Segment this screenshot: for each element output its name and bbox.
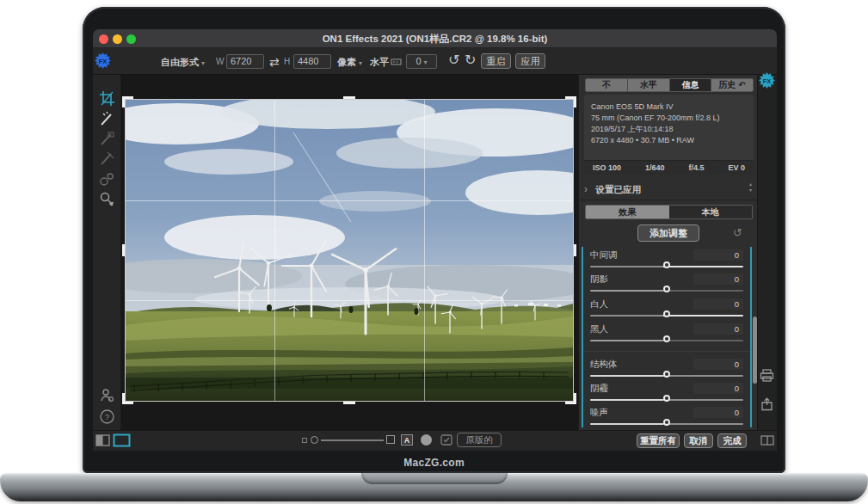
bezel-brand-label: MacZG.com (83, 453, 785, 472)
swap-dimensions-icon[interactable]: ⇄ (269, 54, 280, 70)
slider-handle[interactable] (663, 286, 670, 292)
split-view-icon[interactable] (95, 434, 110, 446)
slider-track[interactable] (590, 266, 743, 267)
soft-proof-icon[interactable] (440, 434, 452, 446)
gradient-mask-tool-icon[interactable] (99, 151, 115, 167)
crop-handle-top-left[interactable] (122, 96, 133, 108)
tab-history[interactable]: 历史 ↶ (711, 79, 753, 91)
slider-track[interactable] (590, 315, 743, 317)
settings-applied-label: 设置已应用 (595, 184, 641, 194)
tab-effects[interactable]: 效果 (586, 206, 669, 218)
slider-handle[interactable] (663, 419, 670, 426)
add-adjustment-button[interactable]: 添加调整 (637, 224, 699, 242)
slider-value[interactable]: 0 (693, 274, 743, 285)
tab-levels[interactable]: 水平 (628, 79, 670, 91)
crop-handle-bottom[interactable] (343, 402, 355, 404)
height-input[interactable]: 4480 (293, 54, 331, 69)
panel-divider (578, 200, 757, 200)
slider-value[interactable]: 0 (693, 249, 743, 261)
slider-handle[interactable] (663, 395, 670, 402)
slider-handle[interactable] (663, 310, 670, 317)
cancel-button[interactable]: 取消 (684, 433, 713, 448)
disclosure-chevron-icon: › (584, 183, 588, 195)
apply-button[interactable]: 应用 (515, 53, 545, 69)
slider-handle[interactable] (663, 335, 670, 342)
slider-value[interactable]: 0 (693, 359, 743, 370)
crop-handle-top[interactable] (343, 96, 355, 99)
capture-datetime: 2019/5/17 上午10:14:18 (584, 124, 754, 135)
width-label: W (216, 54, 224, 70)
lens-info: 75 mm (Canon EF 70-200mm f/2.8 L) (584, 113, 754, 124)
width-input[interactable]: 6720 (226, 54, 264, 69)
chevron-down-icon: ▾ (424, 58, 428, 66)
zoom-out-icon[interactable] (302, 438, 307, 443)
export-share-icon[interactable] (760, 397, 773, 411)
aperture-value: f/4.5 (689, 161, 705, 175)
height-label: H (284, 54, 290, 70)
straighten-level-icon[interactable] (391, 57, 402, 67)
show-original-button[interactable]: 原版的 (457, 433, 502, 447)
slider-handle[interactable] (663, 371, 670, 378)
settings-applied-row[interactable]: › 设置已应用 ▴▾ (584, 181, 754, 196)
print-icon[interactable] (760, 369, 774, 382)
crop-handle-left[interactable] (122, 244, 125, 256)
crop-handle-right[interactable] (574, 244, 576, 256)
done-button[interactable]: 完成 (717, 433, 747, 448)
compare-view-icon[interactable] (760, 435, 774, 446)
tab-navigator[interactable]: 不 (586, 79, 628, 91)
slider-row-haze: 阴霾 0 (590, 383, 743, 407)
slider-handle[interactable] (663, 261, 670, 268)
crop-tool-icon[interactable] (99, 90, 115, 107)
restart-button[interactable]: 重启 (481, 53, 511, 69)
zoom-pan-tool-icon[interactable] (99, 191, 115, 207)
tab-local[interactable]: 本地 (669, 206, 753, 218)
unit-select[interactable]: 像素 ▾ (337, 54, 362, 71)
chevron-down-icon: ▾ (359, 59, 362, 67)
camera-model: Canon EOS 5D Mark IV (584, 101, 754, 113)
reset-adjustments-icon[interactable]: ↺ (733, 226, 742, 239)
masking-brush-tool-icon[interactable] (99, 131, 115, 147)
help-icon[interactable]: ? (99, 409, 115, 425)
user-account-icon[interactable] (99, 387, 115, 403)
slider-value[interactable]: 0 (693, 323, 743, 335)
crop-mode-select[interactable]: 自由形式 ▾ (161, 54, 205, 71)
single-view-icon[interactable] (113, 433, 131, 447)
slider-track[interactable] (590, 423, 743, 425)
slider-value[interactable]: 0 (693, 298, 743, 310)
slider-value[interactable]: 0 (693, 407, 743, 418)
panel-tab-bar: 不 水平 信息 历史 ↶ (585, 78, 754, 92)
ev-value: EV 0 (728, 161, 745, 175)
slider-label: 中间调 (590, 249, 618, 261)
angle-select[interactable]: 0 ▾ (406, 54, 437, 69)
tab-info[interactable]: 信息 (670, 79, 712, 91)
crop-grid-horizontal-line (126, 300, 573, 301)
slider-row-structure: 结构体 0 (590, 359, 743, 383)
iso-value: ISO 100 (593, 161, 621, 175)
effects-local-tabs: 效果 本地 (585, 205, 753, 219)
crop-handle-bottom-left[interactable] (122, 393, 133, 404)
slider-track[interactable] (590, 375, 743, 377)
rotate-right-icon[interactable]: ↻ (465, 52, 476, 68)
zoom-in-icon[interactable] (386, 435, 395, 444)
crop-handle-bottom-right[interactable] (565, 393, 576, 404)
preview-circle-icon[interactable] (421, 434, 432, 446)
level-label: 水平 (370, 54, 389, 70)
effects-module-fx-icon[interactable]: FX (759, 72, 775, 89)
slider-track[interactable] (590, 399, 743, 401)
slider-row-whites: 白人 0 (590, 298, 743, 323)
adjust-brush-tool-icon[interactable] (99, 111, 115, 127)
rotate-left-icon[interactable]: ↺ (448, 52, 459, 68)
slider-track[interactable] (590, 290, 743, 292)
zoom-slider-handle[interactable] (311, 436, 318, 444)
mask-bug-tool-icon[interactable] (99, 171, 115, 187)
zoom-slider-track[interactable] (321, 439, 384, 441)
reset-all-button[interactable]: 重置所有 (637, 433, 680, 448)
slider-track[interactable] (590, 340, 743, 341)
photo-canvas[interactable] (126, 100, 573, 401)
stepper-icon[interactable]: ▴▾ (749, 181, 752, 194)
auto-fit-icon[interactable]: A (401, 434, 413, 446)
laptop-hinge-notch (361, 473, 508, 484)
slider-value[interactable]: 0 (693, 383, 743, 394)
tool-sidebar (93, 75, 121, 430)
crop-handle-top-right[interactable] (565, 96, 576, 108)
